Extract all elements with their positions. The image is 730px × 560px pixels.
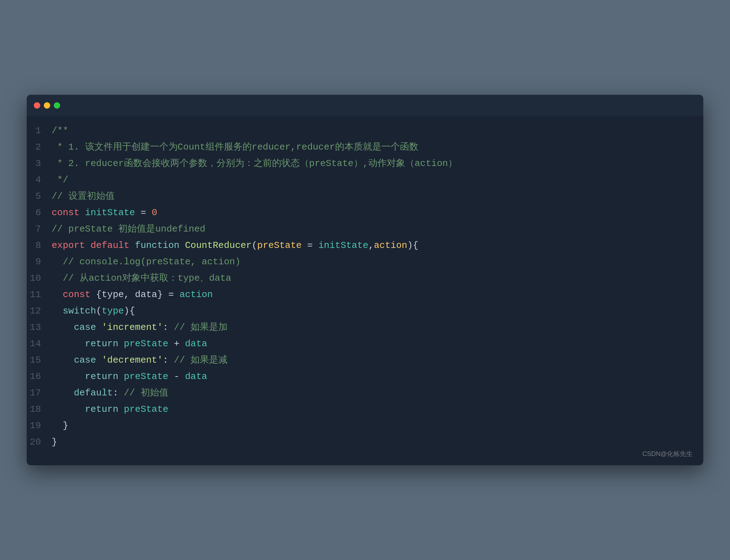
code-token: * 1. 该文件用于创建一个为Count组件服务的reducer,reducer…: [52, 142, 418, 152]
code-token: :: [163, 322, 174, 333]
code-token: */: [52, 175, 68, 185]
code-line: 13 case 'increment': // 如果是加: [27, 320, 703, 336]
line-content: // 从action对象中获取：type、data: [48, 271, 231, 285]
line-number: 9: [27, 256, 48, 267]
minimize-button[interactable]: [44, 102, 50, 109]
line-content: // 设置初始值: [48, 190, 115, 203]
code-token: switch: [52, 306, 96, 316]
code-line: 8export default function CountReducer(pr…: [27, 238, 703, 254]
code-token: :: [113, 388, 124, 398]
line-number: 10: [27, 273, 48, 284]
code-window: 1/**2 * 1. 该文件用于创建一个为Count组件服务的reducer,r…: [27, 95, 703, 465]
line-number: 16: [27, 371, 48, 382]
line-content: case 'increment': // 如果是加: [48, 321, 228, 335]
code-line: 18 return preState: [27, 402, 703, 418]
code-token: // console.log(preState, action): [52, 256, 241, 267]
code-line: 16 return preState - data: [27, 369, 703, 385]
code-token: ){: [124, 306, 135, 316]
code-token: initState: [85, 207, 135, 218]
code-token: // 初始值: [124, 388, 168, 398]
line-number: 3: [27, 158, 48, 169]
line-content: const initState = 0: [48, 206, 157, 220]
code-token: +: [168, 338, 185, 349]
line-content: }: [48, 419, 68, 433]
line-number: 2: [27, 142, 48, 152]
line-number: 7: [27, 224, 48, 234]
code-token: const: [52, 289, 96, 300]
line-number: 14: [27, 338, 48, 349]
code-token: * 2. reducer函数会接收两个参数，分别为：之前的状态（preState…: [52, 158, 457, 169]
line-number: 17: [27, 388, 48, 398]
line-content: * 2. reducer函数会接收两个参数，分别为：之前的状态（preState…: [48, 157, 457, 171]
code-token: 'decrement': [101, 355, 163, 365]
code-token: return: [52, 338, 124, 349]
code-token: action: [374, 240, 407, 251]
code-token: export: [52, 240, 90, 251]
code-line: 7// preState 初始值是undefined: [27, 222, 703, 238]
line-number: 11: [27, 289, 48, 300]
code-token: 0: [152, 207, 157, 218]
code-line: 6const initState = 0: [27, 205, 703, 222]
line-content: case 'decrement': // 如果是减: [48, 353, 228, 367]
code-token: -: [168, 371, 185, 382]
line-number: 4: [27, 175, 48, 185]
line-content: * 1. 该文件用于创建一个为Count组件服务的reducer,reducer…: [48, 140, 418, 154]
code-line: 17 default: // 初始值: [27, 385, 703, 402]
code-token: ){: [407, 240, 418, 251]
line-number: 19: [27, 420, 48, 431]
code-token: data: [185, 371, 207, 382]
code-token: case: [52, 355, 101, 365]
watermark-text: CSDN@化栋先生: [642, 450, 693, 458]
line-content: // console.log(preState, action): [48, 255, 241, 269]
code-token: preState: [257, 240, 302, 251]
code-token: =: [163, 289, 179, 300]
code-token: return: [52, 404, 124, 415]
code-token: default: [90, 240, 135, 251]
code-line: 2 * 1. 该文件用于创建一个为Count组件服务的reducer,reduc…: [27, 140, 703, 156]
line-number: 13: [27, 322, 48, 333]
code-token: // 设置初始值: [52, 191, 115, 202]
code-token: CountReducer: [185, 240, 251, 251]
close-button[interactable]: [34, 102, 40, 109]
code-token: // 如果是减: [174, 355, 228, 365]
line-content: const {type, data} = action: [48, 288, 213, 302]
code-line: 5// 设置初始值: [27, 189, 703, 205]
code-line: 10 // 从action对象中获取：type、data: [27, 271, 703, 287]
line-content: return preState - data: [48, 370, 207, 384]
code-token: preState: [124, 338, 168, 349]
code-token: return: [52, 371, 124, 382]
code-line: 12 switch(type){: [27, 304, 703, 320]
line-content: */: [48, 173, 68, 187]
line-number: 12: [27, 306, 48, 316]
line-content: /**: [48, 124, 68, 138]
code-line: 4 */: [27, 172, 703, 189]
code-token: const: [52, 207, 85, 218]
code-token: initState: [318, 240, 368, 251]
code-token: function: [135, 240, 185, 251]
line-content: // preState 初始值是undefined: [48, 222, 205, 236]
code-line: 20}: [27, 435, 703, 451]
maximize-button[interactable]: [54, 102, 60, 109]
code-token: ,: [368, 240, 374, 251]
code-token: {type, data}: [96, 289, 163, 300]
code-line: 11 const {type, data} = action: [27, 287, 703, 304]
code-token: (: [96, 306, 102, 316]
line-content: export default function CountReducer(pre…: [48, 239, 418, 253]
line-number: 18: [27, 404, 48, 415]
line-content: return preState: [48, 403, 168, 416]
code-token: action: [179, 289, 213, 300]
code-line: 1/**: [27, 123, 703, 140]
code-line: 14 return preState + data: [27, 336, 703, 353]
code-line: 9 // console.log(preState, action): [27, 254, 703, 271]
code-token: data: [185, 338, 207, 349]
line-content: switch(type){: [48, 304, 135, 318]
code-line: 19 }: [27, 418, 703, 435]
code-token: default: [52, 388, 113, 398]
line-number: 5: [27, 191, 48, 202]
line-number: 20: [27, 437, 48, 447]
line-number: 15: [27, 355, 48, 365]
code-token: /**: [52, 125, 68, 136]
code-token: // 从action对象中获取：type、data: [52, 273, 231, 284]
window-container: 1/**2 * 1. 该文件用于创建一个为Count组件服务的reducer,r…: [27, 95, 703, 465]
line-content: }: [48, 435, 57, 449]
